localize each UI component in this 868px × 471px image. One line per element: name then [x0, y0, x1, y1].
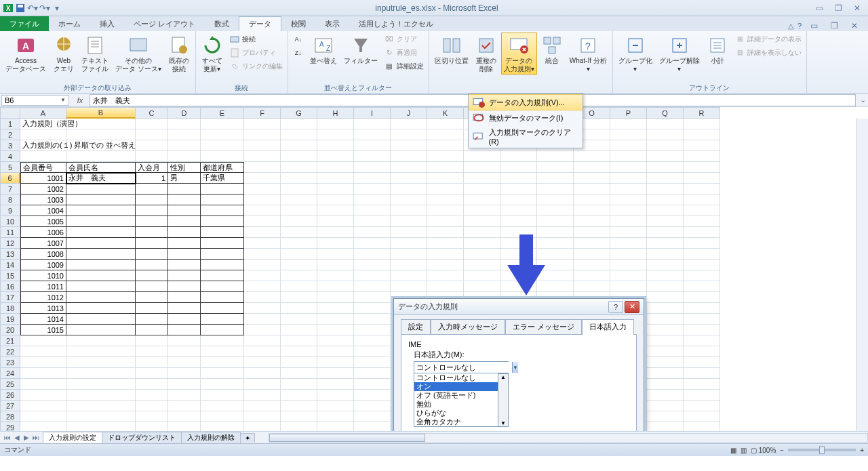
cell[interactable]	[281, 173, 317, 184]
cell[interactable]	[281, 216, 317, 227]
btn-connections[interactable]: 接続	[227, 33, 285, 46]
btn-from-other[interactable]: その他の データ ソース▾	[113, 33, 164, 75]
row-header-11[interactable]: 11	[0, 227, 20, 238]
cell[interactable]	[610, 194, 647, 205]
cell[interactable]	[391, 151, 427, 162]
cell[interactable]	[20, 335, 66, 346]
cell[interactable]	[66, 227, 136, 238]
cell[interactable]	[317, 216, 354, 227]
cell[interactable]	[317, 260, 354, 270]
cell[interactable]	[427, 270, 464, 281]
cell[interactable]	[244, 325, 281, 335]
cell[interactable]	[136, 422, 168, 431]
cell[interactable]	[201, 401, 244, 411]
cell[interactable]	[136, 390, 168, 401]
cell[interactable]	[354, 119, 391, 129]
cell[interactable]	[168, 346, 201, 357]
cell[interactable]	[201, 346, 244, 357]
cell[interactable]	[281, 303, 317, 314]
cell[interactable]	[537, 173, 574, 184]
cell[interactable]	[317, 335, 354, 346]
cell[interactable]	[168, 357, 201, 368]
cell[interactable]	[684, 292, 720, 303]
ime-combo[interactable]: ▼	[414, 361, 509, 373]
cell[interactable]	[244, 292, 281, 303]
cell[interactable]	[201, 140, 244, 151]
sheet-tab-1[interactable]: 入力規則の設定	[43, 432, 102, 443]
tab-home[interactable]: ホーム	[49, 16, 90, 31]
cell[interactable]	[244, 194, 281, 205]
cell[interactable]: 1006	[20, 227, 66, 238]
cell[interactable]	[281, 368, 317, 379]
cell[interactable]	[574, 216, 610, 227]
zoom-slider[interactable]	[788, 449, 856, 451]
row-header-26[interactable]: 26	[0, 390, 20, 401]
cell[interactable]	[574, 281, 610, 292]
view-layout-icon[interactable]: ▥	[738, 447, 749, 454]
btn-from-text[interactable]: テキスト ファイル	[79, 33, 111, 75]
ime-option[interactable]: 全角カタカナ	[414, 417, 498, 426]
cell[interactable]	[168, 411, 201, 422]
cell[interactable]	[317, 238, 354, 249]
dialog-close-icon[interactable]: ✕	[625, 301, 639, 313]
cell[interactable]	[647, 270, 684, 281]
cell[interactable]	[136, 368, 168, 379]
cell[interactable]	[684, 346, 720, 357]
row-header-22[interactable]: 22	[0, 346, 20, 357]
cell[interactable]	[647, 227, 684, 238]
scroll-down-icon[interactable]: ▼	[498, 420, 508, 426]
cell[interactable]	[317, 173, 354, 184]
sheet-last-icon[interactable]: ⏭	[31, 434, 41, 441]
col-header-R[interactable]: R	[684, 107, 720, 119]
cell[interactable]	[281, 357, 317, 368]
dlg-tab-error-msg[interactable]: エラー メッセージ	[505, 319, 582, 335]
cell[interactable]	[391, 119, 427, 129]
cell[interactable]: 1015	[20, 325, 66, 335]
cell[interactable]	[201, 249, 244, 260]
cell[interactable]	[684, 270, 720, 281]
cell[interactable]	[281, 151, 317, 162]
cell[interactable]	[281, 379, 317, 390]
cell[interactable]	[427, 129, 464, 140]
cell[interactable]	[647, 411, 684, 422]
cell[interactable]	[647, 346, 684, 357]
cell[interactable]	[168, 238, 201, 249]
cell[interactable]	[168, 227, 201, 238]
cell[interactable]	[427, 205, 464, 216]
cell[interactable]: 1013	[20, 303, 66, 314]
cell[interactable]	[647, 140, 684, 151]
cell[interactable]	[281, 119, 317, 129]
cell[interactable]	[136, 401, 168, 411]
cell[interactable]	[464, 260, 500, 270]
cell[interactable]	[647, 184, 684, 194]
btn-data-validation[interactable]: データの 入力規則▾	[501, 33, 537, 75]
cell[interactable]	[244, 260, 281, 270]
btn-remove-dup[interactable]: 重複の 削除	[473, 33, 500, 75]
row-header-27[interactable]: 27	[0, 401, 20, 411]
cell[interactable]	[136, 411, 168, 422]
cell[interactable]	[647, 314, 684, 325]
cell[interactable]	[684, 205, 720, 216]
cell[interactable]	[66, 401, 136, 411]
btn-ungroup[interactable]: グループ解除 ▾	[656, 33, 703, 75]
cell[interactable]	[281, 249, 317, 260]
cell[interactable]	[66, 368, 136, 379]
cell[interactable]	[391, 205, 427, 216]
cell[interactable]	[136, 292, 168, 303]
cell[interactable]	[574, 184, 610, 194]
cell[interactable]	[136, 205, 168, 216]
cell[interactable]	[136, 379, 168, 390]
cell[interactable]: 千葉県	[201, 173, 244, 184]
cell[interactable]	[136, 335, 168, 346]
row-header-8[interactable]: 8	[0, 194, 20, 205]
cell[interactable]	[610, 270, 647, 281]
tab-view[interactable]: 表示	[315, 16, 349, 31]
cell[interactable]	[136, 216, 168, 227]
sheet-tab-new[interactable]: ✦	[240, 433, 255, 443]
cell[interactable]	[574, 238, 610, 249]
cell[interactable]	[647, 390, 684, 401]
cell[interactable]	[244, 368, 281, 379]
cell[interactable]	[354, 162, 391, 173]
tab-page-layout[interactable]: ページ レイアウト	[124, 16, 205, 31]
cell[interactable]	[684, 249, 720, 260]
